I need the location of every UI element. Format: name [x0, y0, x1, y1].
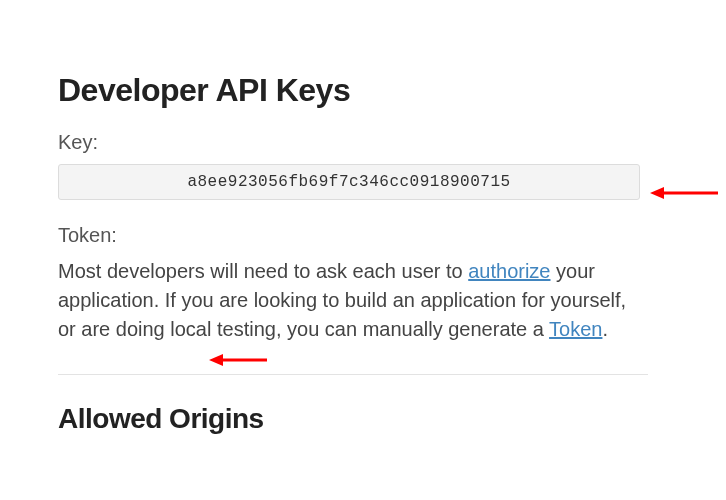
page-title: Developer API Keys [58, 72, 668, 109]
section-divider [58, 374, 648, 375]
authorize-link[interactable]: authorize [468, 260, 550, 282]
key-label: Key: [58, 131, 668, 154]
section-title: Allowed Origins [58, 403, 668, 435]
token-link[interactable]: Token [549, 318, 602, 340]
token-description: Most developers will need to ask each us… [58, 257, 648, 344]
token-label: Token: [58, 224, 668, 247]
text-part: . [602, 318, 608, 340]
api-key-value[interactable]: a8ee923056fb69f7c346cc0918900715 [58, 164, 640, 200]
text-part: Most developers will need to ask each us… [58, 260, 468, 282]
